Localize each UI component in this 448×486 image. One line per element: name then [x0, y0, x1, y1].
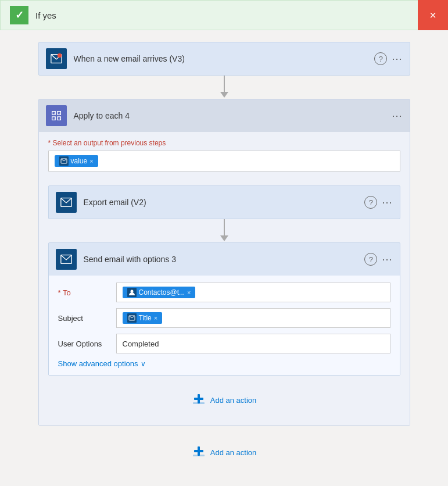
step-header: When a new email arrives (V3) ? ···: [39, 42, 410, 75]
chevron-down-icon: ∨: [141, 360, 146, 368]
user-options-value: Completed: [123, 340, 159, 348]
arrow-line-1: [224, 76, 225, 92]
apply-select-label: * Select an output from previous steps: [48, 139, 400, 147]
send-email-header: Send email with options 3 ? ···: [49, 243, 400, 276]
email-trigger-title: When a new email arrives (V3): [74, 54, 368, 63]
if-yes-label: If yes: [35, 10, 56, 20]
add-action-bottom-text: Add an action: [210, 448, 257, 457]
apply-header: Apply to each 4 ···: [39, 99, 410, 132]
apply-title: Apply to each 4: [74, 111, 385, 120]
export-email-icon: [56, 192, 77, 213]
show-advanced-text: Show advanced options: [58, 359, 138, 368]
show-advanced-button[interactable]: Show advanced options ∨: [58, 359, 390, 368]
step1-help-button[interactable]: ?: [374, 52, 387, 65]
export-more-button[interactable]: ···: [382, 197, 392, 208]
subject-token-close[interactable]: ×: [154, 315, 157, 321]
to-label: * To: [58, 288, 110, 297]
user-options-input[interactable]: Completed: [116, 334, 390, 353]
export-email-header: Export email (V2) ? ···: [49, 186, 400, 219]
svg-rect-11: [198, 446, 200, 456]
arrow-line-2: [224, 219, 225, 235]
apply-more-button[interactable]: ···: [392, 110, 402, 121]
subject-input[interactable]: Title ×: [116, 308, 390, 328]
add-action-inner-icon: [192, 392, 206, 409]
add-action-bottom-icon: [192, 444, 206, 460]
flow-container: When a new email arrives (V3) ? ···: [0, 30, 448, 485]
value-token: value ×: [55, 155, 98, 167]
bottom-add-section: Add an action: [192, 437, 257, 467]
email-trigger-icon: [46, 48, 67, 69]
token-close-icon[interactable]: ×: [89, 158, 93, 165]
subject-token-text: Title: [139, 314, 152, 322]
subject-label: Subject: [58, 314, 110, 323]
add-action-bottom-button[interactable]: Add an action: [192, 437, 257, 467]
send-help-button[interactable]: ?: [364, 253, 377, 266]
export-email-actions: ? ···: [364, 196, 392, 209]
if-yes-check-icon: ✓: [10, 6, 28, 24]
subject-token: Title ×: [123, 312, 163, 324]
send-email-body: * To C: [49, 276, 400, 375]
export-email-card: Export email (V2) ? ···: [48, 185, 400, 219]
add-action-bottom-container: Add an action: [192, 444, 257, 460]
step1-more-button[interactable]: ···: [392, 53, 402, 64]
main-content: ✓ If yes × When a new email a: [0, 0, 448, 486]
svg-point-5: [130, 290, 133, 293]
apply-actions: ···: [392, 110, 402, 121]
user-options-label: User Options: [58, 340, 110, 348]
inner-steps: Export email (V2) ? ···: [39, 178, 410, 425]
step-card-email-trigger: When a new email arrives (V3) ? ···: [38, 42, 410, 76]
arrow-head-2: [220, 235, 228, 241]
to-token-text: Contactos@t...: [139, 288, 185, 296]
to-token-icon: [127, 288, 137, 297]
svg-rect-9: [193, 402, 205, 404]
export-email-title: Export email (V2): [84, 198, 358, 207]
apply-icon: [46, 105, 67, 126]
close-panel-button[interactable]: ×: [418, 0, 448, 30]
page-wrapper: ✓ If yes × When a new email a: [0, 0, 448, 486]
svg-rect-8: [198, 394, 200, 403]
to-token-close[interactable]: ×: [187, 289, 191, 296]
subject-token-icon: [127, 313, 137, 323]
user-options-field-row: User Options Completed: [58, 334, 390, 353]
send-email-title: Send email with options 3: [84, 255, 358, 264]
token-value-text: value: [71, 157, 88, 165]
to-token: Contactos@t... ×: [123, 287, 196, 298]
export-help-button[interactable]: ?: [364, 196, 377, 209]
arrow-1: [220, 76, 228, 99]
close-icon: ×: [429, 9, 436, 22]
add-action-inner-container: Add an action: [192, 392, 257, 409]
arrow-head-1: [220, 92, 228, 98]
send-email-card: Send email with options 3 ? ··· * To: [48, 242, 400, 376]
send-more-button[interactable]: ···: [382, 254, 392, 265]
send-email-actions: ? ···: [364, 253, 392, 266]
apply-input-field[interactable]: value ×: [48, 151, 400, 171]
svg-rect-12: [193, 455, 205, 456]
if-yes-bar: ✓ If yes: [0, 0, 448, 30]
send-email-icon: [56, 249, 77, 270]
to-field-row: * To C: [58, 283, 390, 302]
add-action-inner-button[interactable]: Add an action: [192, 385, 257, 416]
apply-body: * Select an output from previous steps v…: [39, 132, 410, 178]
subject-field-row: Subject: [58, 308, 390, 328]
to-input[interactable]: Contactos@t... ×: [116, 283, 390, 302]
arrow-2: [220, 219, 228, 242]
token-email-icon: [59, 156, 69, 166]
apply-to-each-card: Apply to each 4 ··· * Select an output f…: [38, 99, 410, 426]
svg-rect-1: [57, 53, 61, 58]
step1-actions: ? ···: [374, 52, 402, 65]
add-action-inner-text: Add an action: [210, 396, 257, 405]
